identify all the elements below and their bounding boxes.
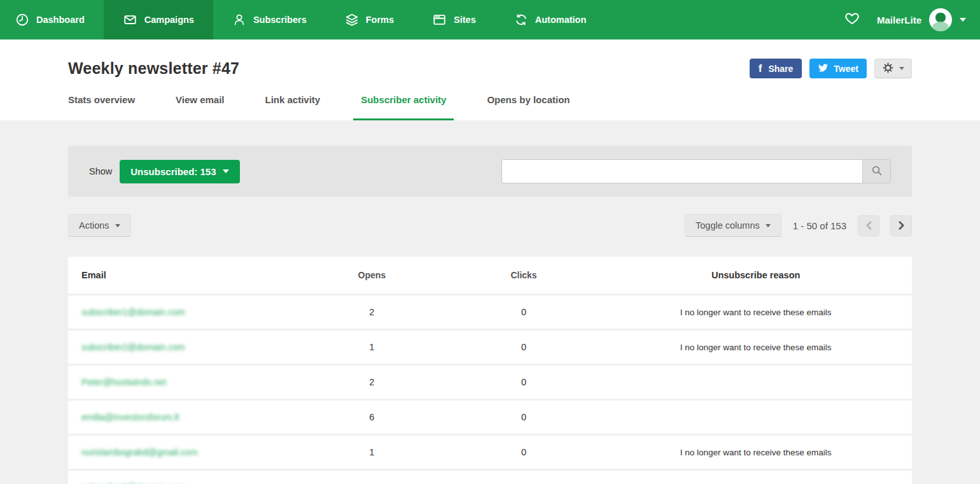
search-group [501,159,891,183]
unsubscribe-reason: I no longer want to receive these emails [599,308,912,317]
next-page-button[interactable] [890,215,912,236]
chevron-right-icon [899,222,902,229]
account-name: MailerLite [877,15,921,25]
chevron-down-icon [223,169,229,173]
table-row: nurislambograbd@gmail.com 1 0 I no longe… [68,436,912,469]
tab-stats-overview[interactable]: Stats overview [68,94,135,120]
share-button-label: Share [768,64,793,74]
content-area: Show Unsubscribed: 153 Actions Toggle co… [0,120,980,484]
subscriber-activity-table: Email Opens Clicks Unsubscribe reason su… [68,257,912,484]
facebook-icon: f [759,63,762,74]
toolbar-right: Toggle columns 1 - 50 of 153 [685,214,912,237]
table-row: Peter@hostwinds.net 2 0 [68,366,912,399]
favorites-heart-icon[interactable] [844,11,860,29]
chevron-down-icon [960,18,966,22]
clicks-count: 0 [448,307,600,317]
gear-icon [882,62,894,76]
settings-dropdown-button[interactable] [874,59,912,78]
nav-label: Automation [535,15,587,25]
table-row: subscriber1@domain.com 2 0 I no longer w… [68,295,912,329]
top-navbar: Dashboard Campaigns Subscribers [0,0,980,39]
pagination-range: 1 - 50 of 153 [793,220,846,231]
page-title: Weekly newsletter #47 [68,59,239,78]
title-actions: f Share Tweet [750,59,912,78]
tab-link-activity[interactable]: Link activity [265,94,321,120]
subscriber-email-link[interactable]: emilia@investorsforum.lt [81,412,179,422]
nav-item-campaigns[interactable]: Campaigns [104,0,213,39]
clicks-count: 0 [448,447,600,457]
tab-opens-by-location[interactable]: Opens by location [487,94,570,120]
chevron-down-icon [766,224,771,227]
tweet-button-label: Tweet [834,64,858,74]
pagination [858,215,912,236]
toggle-columns-button[interactable]: Toggle columns [685,214,781,237]
unsubscribe-reason: I no longer want to receive these emails [599,343,912,352]
subscriber-email-link[interactable]: subscriber1@domain.com [81,307,185,317]
clock-icon [15,13,29,27]
subscriber-email-link[interactable]: subscriber2@domain.com [81,342,185,352]
clicks-count: 0 [448,377,600,387]
chevron-left-icon [867,222,870,229]
column-header-unsubscribe-reason: Unsubscribe reason [599,270,912,280]
nav-label: Campaigns [144,15,194,25]
browser-icon [432,13,447,27]
nav-label: Sites [454,15,476,25]
previous-page-button[interactable] [858,215,879,236]
nav-label: Forms [366,15,394,25]
table-toolbar: Actions Toggle columns 1 - 50 of 153 [68,214,912,237]
search-button[interactable] [862,159,891,183]
table-row: subscriber6@domain.com [68,471,912,484]
search-input[interactable] [501,159,862,183]
clicks-count: 0 [448,342,600,352]
person-icon [232,13,246,27]
actions-dropdown-button[interactable]: Actions [68,214,131,237]
toggle-columns-label: Toggle columns [696,220,760,231]
nav-label: Subscribers [253,15,307,25]
column-header-opens: Opens [296,270,448,280]
column-header-email: Email [68,270,296,280]
twitter-bird-icon [818,63,829,75]
actions-label: Actions [79,220,109,231]
opens-count: 1 [296,342,448,352]
table-row: emilia@investorsforum.lt 6 0 [68,401,912,434]
tweet-button[interactable]: Tweet [809,59,867,78]
sync-icon [514,13,528,27]
status-filter-dropdown[interactable]: Unsubscribed: 153 [120,160,239,183]
nav-item-sites[interactable]: Sites [413,0,495,39]
layers-icon [345,13,359,27]
status-filter-label: Unsubscribed: 153 [130,166,216,177]
nav-item-dashboard[interactable]: Dashboard [0,0,104,39]
tab-view-email[interactable]: View email [176,94,224,120]
show-label: Show [89,166,112,176]
nav-label: Dashboard [36,15,85,25]
chevron-down-icon [115,224,120,227]
filter-bar: Show Unsubscribed: 153 [68,146,912,197]
navbar-right: MailerLite [844,0,980,39]
avatar [929,8,952,31]
chevron-down-icon [899,67,904,70]
column-header-clicks: Clicks [448,270,600,280]
nav-item-automation[interactable]: Automation [495,0,606,39]
nav-item-subscribers[interactable]: Subscribers [213,0,326,39]
search-icon [871,165,883,178]
main-nav: Dashboard Campaigns Subscribers [0,0,605,39]
campaign-tabs: Stats overview View email Link activity … [68,94,912,120]
account-menu[interactable]: MailerLite [877,8,966,31]
opens-count: 6 [296,412,448,422]
opens-count: 2 [296,307,448,317]
tab-subscriber-activity[interactable]: Subscriber activity [361,94,446,120]
envelope-icon [123,13,137,27]
subscriber-email-link[interactable]: nurislambograbd@gmail.com [81,447,197,457]
clicks-count: 0 [448,412,600,422]
opens-count: 1 [296,447,448,457]
table-header-row: Email Opens Clicks Unsubscribe reason [68,257,912,294]
unsubscribe-reason: I no longer want to receive these emails [599,448,912,457]
subscriber-email-link[interactable]: Peter@hostwinds.net [81,377,166,387]
page-header: Weekly newsletter #47 f Share Tweet [0,39,980,120]
facebook-share-button[interactable]: f Share [750,59,802,78]
nav-item-forms[interactable]: Forms [326,0,413,39]
opens-count: 2 [296,377,448,387]
table-row: subscriber2@domain.com 1 0 I no longer w… [68,331,912,364]
